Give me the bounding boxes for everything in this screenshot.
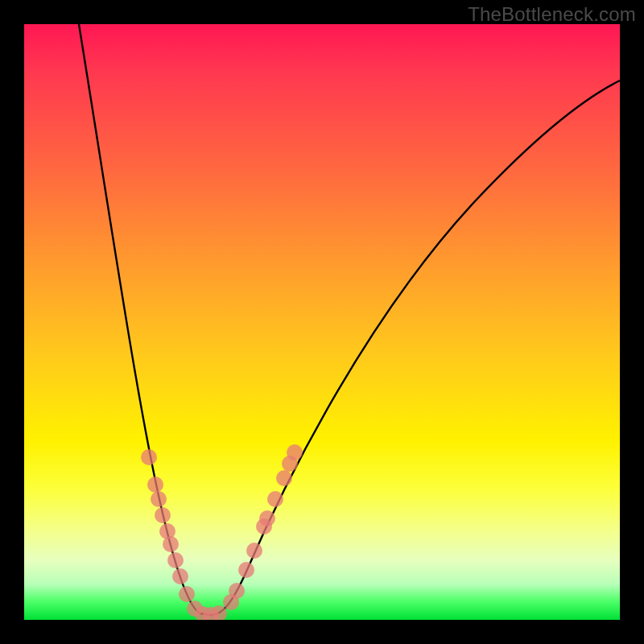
dot-left-1: [147, 477, 163, 493]
dot-left-0: [141, 449, 157, 465]
dot-left-2: [151, 491, 167, 507]
watermark-text: TheBottleneck.com: [468, 3, 636, 26]
dot-right-6: [267, 491, 283, 507]
curve-left: [79, 24, 211, 615]
dot-right-5: [259, 510, 275, 526]
dot-left-7: [172, 568, 188, 584]
dot-left-3: [155, 507, 171, 523]
dot-right-2: [238, 562, 254, 578]
dot-right-3: [246, 543, 262, 559]
dot-right-1: [229, 583, 245, 599]
dot-right-9: [287, 444, 303, 460]
dot-left-5: [163, 536, 179, 552]
curve-right: [211, 80, 620, 615]
chart-frame: [24, 24, 620, 620]
dot-left-6: [167, 552, 184, 568]
dots-group: [141, 444, 303, 620]
dot-right-7: [276, 470, 292, 486]
dot-left-8: [179, 586, 195, 602]
chart-svg: [24, 24, 620, 620]
